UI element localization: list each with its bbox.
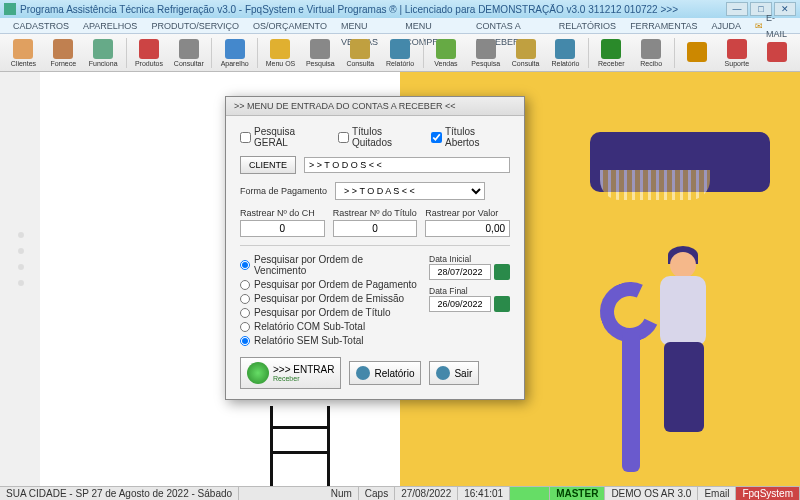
toolbar-suporte[interactable]: Suporte (717, 35, 756, 71)
toolbar-icon (350, 39, 370, 59)
cliente-field[interactable] (304, 157, 510, 173)
toolbar-icon (601, 39, 621, 59)
toolbar-produtos[interactable]: Produtos (130, 35, 169, 71)
toolbar-pesquisa[interactable]: Pesquisa (301, 35, 340, 71)
status-location: SUA CIDADE - SP 27 de Agosto de 2022 - S… (0, 487, 239, 500)
toolbar-receber[interactable]: Receber (592, 35, 631, 71)
menu-ferramentas[interactable]: FERRAMENTAS (623, 18, 704, 33)
rad-pagamento[interactable]: Pesquisar por Ordem de Pagamento (240, 279, 417, 290)
money-icon (247, 362, 269, 384)
menu-produto[interactable]: PRODUTO/SERVIÇO (144, 18, 246, 33)
toolbar-icon (310, 39, 330, 59)
ladder-graphic (270, 406, 330, 486)
status-bar: SUA CIDADE - SP 27 de Agosto de 2022 - S… (0, 486, 800, 500)
calendar-icon[interactable] (494, 296, 510, 312)
toolbar-icon (516, 39, 536, 59)
toolbar-pesquisa[interactable]: Pesquisa (466, 35, 505, 71)
status-date: 27/08/2022 (395, 487, 458, 500)
rastrear-valor-input[interactable] (425, 220, 510, 237)
illustration (510, 132, 770, 432)
rad-sem-subtotal[interactable]: Relatório SEM Sub-Total (240, 335, 417, 346)
rad-vencimento[interactable]: Pesquisar por Ordem de Vencimento (240, 254, 417, 276)
forma-select[interactable]: > > T O D A S < < (335, 182, 485, 200)
menu-vendas[interactable]: MENU VENDAS (334, 18, 398, 33)
chk-titulos-quitados[interactable]: Títulos Quitados (338, 126, 423, 148)
status-num: Num (325, 487, 359, 500)
toolbar-icon (225, 39, 245, 59)
relatorio-button[interactable]: Relatório (349, 361, 421, 385)
receber-dialog: >> MENU DE ENTRADA DO CONTAS A RECEBER <… (225, 96, 525, 400)
menu-cadastros[interactable]: CADASTROS (6, 18, 76, 33)
toolbar-icon (139, 39, 159, 59)
menu-ajuda[interactable]: AJUDA (704, 18, 748, 33)
toolbar-consulta[interactable]: Consulta (506, 35, 545, 71)
rastrear-ch-input[interactable] (240, 220, 325, 237)
rastrear-titulo-input[interactable] (333, 220, 418, 237)
toolbar-funciona[interactable]: Funciona (84, 35, 123, 71)
toolbar-btn18[interactable] (757, 35, 796, 71)
toolbar-icon (641, 39, 661, 59)
toolbar-consultar[interactable]: Consultar (169, 35, 208, 71)
menu-receber[interactable]: CONTAS A RECEBER (469, 18, 552, 33)
toolbar-icon (476, 39, 496, 59)
toolbar-recibo[interactable]: Recibo (632, 35, 671, 71)
toolbar-icon (767, 42, 787, 62)
toolbar-icon (390, 39, 410, 59)
toolbar-icon (727, 39, 747, 59)
status-progress (510, 487, 550, 500)
data-inicial-input[interactable] (429, 264, 491, 280)
chk-pesquisa-geral[interactable]: Pesquisa GERAL (240, 126, 330, 148)
toolbar-relatório[interactable]: Relatório (381, 35, 420, 71)
rad-emissao[interactable]: Pesquisar por Ordem de Emissão (240, 293, 417, 304)
toolbar-icon (687, 42, 707, 62)
entrar-button[interactable]: >>> ENTRARReceber (240, 357, 341, 389)
minimize-button[interactable]: — (726, 2, 748, 16)
toolbar-aparelho[interactable]: Aparelho (215, 35, 254, 71)
menu-aparelhos[interactable]: APARELHOS (76, 18, 144, 33)
rad-titulo[interactable]: Pesquisar por Ordem de Título (240, 307, 417, 318)
report-icon (356, 366, 370, 380)
nav-dots (18, 232, 24, 286)
dialog-title: >> MENU DE ENTRADA DO CONTAS A RECEBER <… (226, 97, 524, 116)
status-email[interactable]: Email (698, 487, 736, 500)
app-icon (4, 3, 16, 15)
toolbar-btn16[interactable] (678, 35, 717, 71)
toolbar-icon (555, 39, 575, 59)
data-final-input[interactable] (429, 296, 491, 312)
toolbar-icon (179, 39, 199, 59)
toolbar-icon (13, 39, 33, 59)
window-title: Programa Assistência Técnica Refrigeraçã… (20, 4, 726, 15)
menu-bar: CADASTROS APARELHOS PRODUTO/SERVIÇO OS/O… (0, 18, 800, 34)
status-master: MASTER (550, 487, 605, 500)
status-caps: Caps (359, 487, 395, 500)
toolbar: ClientesForneceFuncionaProdutosConsultar… (0, 34, 800, 72)
toolbar-menu os[interactable]: Menu OS (261, 35, 300, 71)
status-time: 16:41:01 (458, 487, 510, 500)
toolbar-fornece[interactable]: Fornece (44, 35, 83, 71)
menu-email[interactable]: E-MAIL (748, 18, 794, 33)
cliente-button[interactable]: CLIENTE (240, 156, 296, 174)
toolbar-consulta[interactable]: Consulta (341, 35, 380, 71)
status-fpq[interactable]: FpqSystem (736, 487, 800, 500)
toolbar-icon (93, 39, 113, 59)
exit-icon (436, 366, 450, 380)
menu-os[interactable]: OS/ORÇAMENTO (246, 18, 334, 33)
sair-button[interactable]: Sair (429, 361, 479, 385)
menu-relatorios[interactable]: RELATÓRIOS (552, 18, 623, 33)
rad-com-subtotal[interactable]: Relatório COM Sub-Total (240, 321, 417, 332)
calendar-icon[interactable] (494, 264, 510, 280)
toolbar-relatório[interactable]: Relatório (546, 35, 585, 71)
toolbar-icon (270, 39, 290, 59)
forma-label: Forma de Pagamento (240, 186, 327, 196)
toolbar-vendas[interactable]: Vendas (426, 35, 465, 71)
toolbar-icon (436, 39, 456, 59)
titlebar: Programa Assistência Técnica Refrigeraçã… (0, 0, 800, 18)
toolbar-icon (53, 39, 73, 59)
status-demo: DEMO OS AR 3.0 (605, 487, 698, 500)
chk-titulos-abertos[interactable]: Títulos Abertos (431, 126, 510, 148)
menu-compras[interactable]: MENU COMPRAS (398, 18, 469, 33)
toolbar-clientes[interactable]: Clientes (4, 35, 43, 71)
main-area: >> MENU DE ENTRADA DO CONTAS A RECEBER <… (0, 72, 800, 486)
